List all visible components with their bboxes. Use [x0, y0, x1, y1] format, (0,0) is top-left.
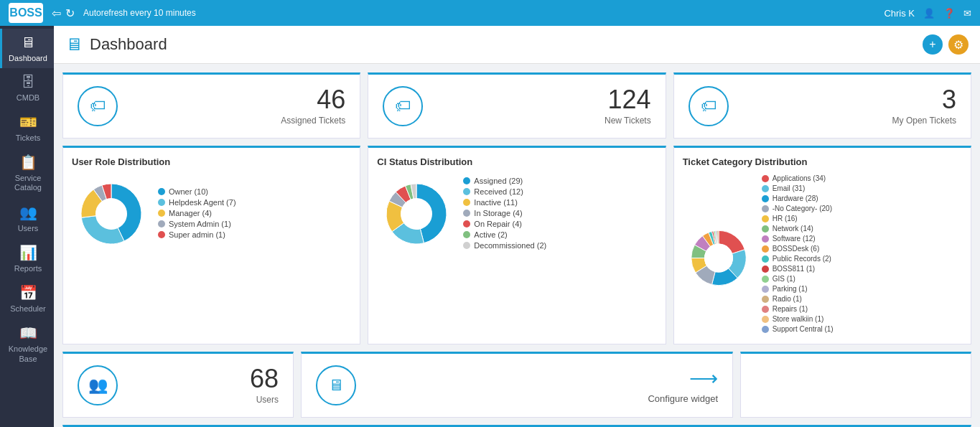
- username: Chris K: [884, 8, 915, 19]
- ci-status-chart-card: CI Status Distribution Assigned (29) Rec…: [368, 146, 666, 344]
- user-icon[interactable]: 👤: [923, 8, 935, 19]
- open-icon-wrap: 🏷: [689, 86, 729, 126]
- bottom-row: 👥 68 Users 🖥 ⟶ Configure widget: [62, 352, 971, 418]
- stat-card-assigned: 🏷 46 Assigned Tickets: [62, 72, 360, 139]
- users-group-icon: 👥: [88, 376, 108, 395]
- new-label: New Tickets: [605, 116, 651, 126]
- sidebar-label-cmdb: CMDB: [17, 93, 39, 102]
- configure-card: 🖥 ⟶ Configure widget: [301, 352, 733, 418]
- configure-text: Configure widget: [648, 393, 718, 404]
- sidebar: 🖥 Dashboard 🗄 CMDB 🎫 Tickets 📋 Service C…: [0, 26, 54, 427]
- ci-status-pie-container: Assigned (29) Received (12) Inactive (11…: [377, 174, 656, 253]
- user-role-chart-card: User Role Distribution Owner (10) Helpde…: [62, 146, 360, 344]
- stat-card-new: 🏷 124 New Tickets: [368, 72, 666, 139]
- sidebar-item-scheduler[interactable]: 📅 Scheduler: [0, 278, 54, 319]
- knowledge-base-icon: 📖: [19, 324, 37, 342]
- title-area: 🖥 Dashboard: [65, 34, 167, 55]
- sidebar-item-service-catalog[interactable]: 📋 Service Catalog: [0, 148, 54, 198]
- logo-text: BOSS: [9, 6, 42, 19]
- tag-icon-1: 🏷: [90, 97, 106, 116]
- nav-refresh-icon[interactable]: ↻: [65, 6, 75, 20]
- tag-icon-2: 🏷: [395, 97, 411, 116]
- nav-back-icon[interactable]: ⇦: [52, 6, 61, 20]
- add-widget-button[interactable]: +: [923, 34, 943, 55]
- svg-point-3: [704, 244, 733, 273]
- sidebar-item-cmdb[interactable]: 🗄 CMDB: [0, 68, 54, 108]
- tickets-icon: 🎫: [19, 113, 37, 131]
- sidebar-label-knowledge-base: Knowledge Base: [5, 344, 51, 363]
- ticket-category-legend: Applications (34) Email (31) Hardware (2…: [762, 174, 834, 335]
- sidebar-item-users[interactable]: 👥 Users: [0, 198, 54, 238]
- open-stat-info: 3 My Open Tickets: [892, 87, 956, 126]
- ci-status-legend: Assigned (29) Received (12) Inactive (11…: [463, 177, 546, 252]
- sidebar-label-dashboard: Dashboard: [9, 54, 47, 62]
- new-number: 124: [605, 87, 651, 113]
- users-card-icon: 👥: [78, 365, 118, 405]
- users-card: 👥 68 Users: [62, 352, 294, 418]
- users-stat-info: 68 Users: [250, 366, 279, 405]
- main-content: 🖥 Dashboard + ⚙ 🏷 46 Assigned Tickets: [54, 26, 980, 427]
- svg-point-1: [401, 198, 432, 230]
- monitor-icon: 🖥: [65, 34, 83, 55]
- stat-card-open: 🏷 3 My Open Tickets: [673, 72, 971, 139]
- content-header: 🖥 Dashboard + ⚙: [54, 26, 980, 64]
- page-title: Dashboard: [90, 35, 167, 54]
- scheduler-icon: 📅: [19, 284, 37, 301]
- user-role-donut: [72, 174, 151, 253]
- assigned-number: 46: [281, 87, 345, 113]
- user-role-pie-container: Owner (10) Helpdesk Agent (7) Manager (4…: [72, 174, 351, 253]
- assigned-label: Assigned Tickets: [281, 116, 345, 126]
- user-role-legend: Owner (10) Helpdesk Agent (7) Manager (4…: [158, 187, 236, 241]
- ci-status-title: CI Status Distribution: [377, 156, 656, 167]
- open-label: My Open Tickets: [892, 116, 956, 126]
- assigned-icon-wrap: 🏷: [78, 86, 118, 126]
- new-stat-info: 124 New Tickets: [605, 87, 651, 126]
- dashboard-inner: 🏷 46 Assigned Tickets 🏷 124 New Tickets: [54, 64, 980, 427]
- arrow-right-icon: ⟶: [689, 367, 718, 390]
- dashboard-icon: 🖥: [21, 34, 35, 51]
- configure-icon-wrap: 🖥: [316, 365, 356, 405]
- top10-bottom-card: [740, 352, 971, 418]
- sidebar-item-knowledge-base[interactable]: 📖 Knowledge Base: [0, 319, 54, 369]
- charts-row: User Role Distribution Owner (10) Helpde…: [62, 146, 971, 344]
- sidebar-label-tickets: Tickets: [16, 133, 40, 142]
- configure-arrow: ⟶ Configure widget: [356, 367, 718, 404]
- stat-cards-row: 🏷 46 Assigned Tickets 🏷 124 New Tickets: [62, 72, 971, 139]
- sidebar-item-dashboard[interactable]: 🖥 Dashboard: [0, 29, 54, 68]
- sidebar-label-scheduler: Scheduler: [10, 304, 46, 313]
- reports-icon: 📊: [19, 244, 37, 261]
- ticket-category-pie-container: Applications (34) Email (31) Hardware (2…: [683, 174, 962, 335]
- help-icon[interactable]: ❓: [943, 8, 955, 19]
- users-number: 68: [250, 366, 279, 392]
- top-nav-right: Chris K 👤 ❓ ✉: [884, 8, 971, 19]
- mail-icon[interactable]: ✉: [963, 8, 971, 19]
- ci-status-donut: [377, 174, 456, 253]
- users-label: Users: [250, 395, 279, 405]
- open-number: 3: [892, 87, 956, 113]
- service-catalog-icon: 📋: [19, 154, 37, 171]
- svg-point-0: [95, 198, 127, 230]
- sidebar-label-users: Users: [18, 224, 39, 233]
- user-role-title: User Role Distribution: [72, 156, 351, 167]
- settings-button[interactable]: ⚙: [948, 34, 969, 55]
- ticket-category-donut: [683, 205, 755, 305]
- logo: BOSS: [9, 3, 43, 23]
- assigned-stat-info: 46 Assigned Tickets: [281, 87, 345, 126]
- ticket-category-chart-card: Ticket Category Distribution Application…: [673, 146, 971, 344]
- sidebar-label-service-catalog: Service Catalog: [5, 174, 51, 192]
- users-icon: 👥: [19, 204, 37, 221]
- sidebar-item-tickets[interactable]: 🎫 Tickets: [0, 108, 54, 148]
- sidebar-label-reports: Reports: [14, 264, 42, 273]
- monitor-widget-icon: 🖥: [328, 376, 344, 395]
- sidebar-item-reports[interactable]: 📊 Reports: [0, 238, 54, 278]
- cmdb-icon: 🗄: [21, 74, 35, 90]
- ticket-category-title: Ticket Category Distribution: [683, 156, 962, 167]
- new-icon-wrap: 🏷: [383, 86, 423, 126]
- top-nav: BOSS ⇦ ↻ Autorefresh every 10 minutes Ch…: [0, 0, 980, 26]
- tag-icon-3: 🏷: [701, 97, 717, 116]
- header-actions: + ⚙: [923, 34, 969, 55]
- autorefresh-label: Autorefresh every 10 minutes: [83, 8, 196, 18]
